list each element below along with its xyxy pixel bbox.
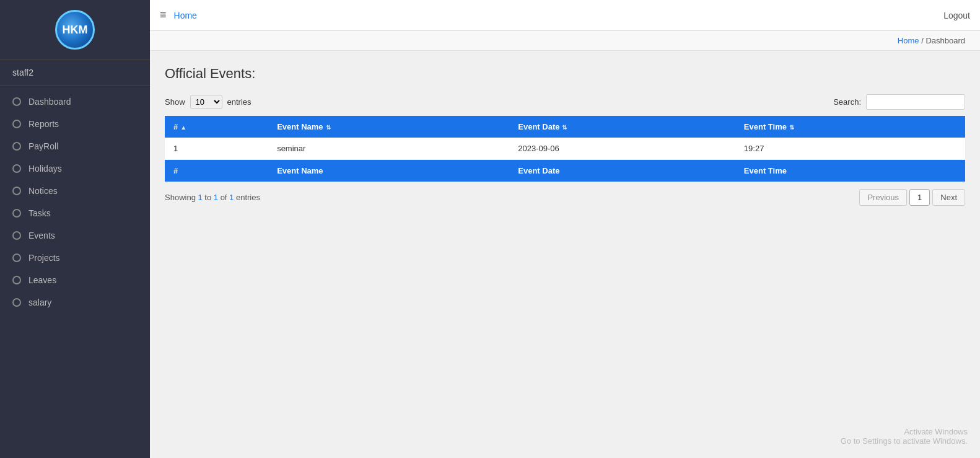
- sidebar-item-events[interactable]: Events: [0, 224, 150, 247]
- table-footer: #Event NameEvent DateEvent Time: [165, 160, 965, 182]
- page-1-button[interactable]: 1: [909, 189, 930, 206]
- main-area: ≡ Home Logout Home / Dashboard Official …: [150, 0, 980, 458]
- table-header-row: # ▲Event Name ⇅Event Date ⇅Event Time ⇅: [165, 116, 965, 138]
- search-input[interactable]: [866, 94, 965, 110]
- sidebar-logo: HKM: [0, 0, 150, 60]
- row-event-date: 2023-09-06: [509, 138, 735, 160]
- sort-icon-1: ⇅: [326, 124, 331, 131]
- breadcrumb: Home / Dashboard: [150, 31, 980, 51]
- page-title: Official Events:: [165, 66, 965, 82]
- dot-icon: [12, 120, 21, 128]
- entries-select[interactable]: 102550100: [190, 95, 222, 109]
- search-label: Search:: [833, 97, 861, 107]
- footer-col-event-name: Event Name: [268, 160, 509, 182]
- sidebar-item-holidays[interactable]: Holidays: [0, 157, 150, 180]
- logout-button[interactable]: Logout: [943, 11, 970, 20]
- sidebar-item-salary[interactable]: salary: [0, 291, 150, 314]
- sidebar-item-projects[interactable]: Projects: [0, 247, 150, 269]
- footer-col-event-date: Event Date: [509, 160, 735, 182]
- sort-icon-2: ⇅: [562, 124, 567, 131]
- page-content: Official Events: Show 102550100 entries …: [150, 51, 980, 221]
- table-controls: Show 102550100 entries Search:: [165, 94, 965, 110]
- table-footer-row: #Event NameEvent DateEvent Time: [165, 160, 965, 182]
- hamburger-icon[interactable]: ≡: [160, 9, 167, 22]
- topbar-left: ≡ Home: [160, 9, 197, 22]
- sidebar-item-notices[interactable]: Notices: [0, 180, 150, 202]
- sidebar-item-payroll[interactable]: PayRoll: [0, 135, 150, 157]
- table-header: # ▲Event Name ⇅Event Date ⇅Event Time ⇅: [165, 116, 965, 138]
- topbar: ≡ Home Logout: [150, 0, 980, 31]
- entries-label: entries: [227, 97, 252, 107]
- pagination-info: Showing 1 to 1 of 1 entries: [165, 193, 260, 202]
- pagination-bar: Showing 1 to 1 of 1 entries Previous 1 N…: [165, 189, 965, 206]
- row-event-time: 19:27: [735, 138, 965, 160]
- table-row: 1seminar2023-09-0619:27: [165, 138, 965, 160]
- breadcrumb-home-link[interactable]: Home: [898, 36, 919, 45]
- sort-icon-3: ⇅: [789, 124, 794, 131]
- content-area: Home / Dashboard Official Events: Show 1…: [150, 31, 980, 458]
- sidebar-item-tasks[interactable]: Tasks: [0, 202, 150, 224]
- dot-icon: [12, 298, 21, 307]
- previous-button[interactable]: Previous: [859, 189, 907, 206]
- events-table: # ▲Event Name ⇅Event Date ⇅Event Time ⇅ …: [165, 116, 965, 182]
- topbar-home-link[interactable]: Home: [174, 11, 197, 20]
- dot-icon: [12, 187, 21, 195]
- sidebar-nav: DashboardReportsPayRollHolidaysNoticesTa…: [0, 86, 150, 319]
- dot-icon: [12, 231, 21, 240]
- sidebar-item-leaves[interactable]: Leaves: [0, 269, 150, 291]
- dot-icon: [12, 253, 21, 262]
- dot-icon: [12, 97, 21, 106]
- sidebar-username: staff2: [0, 60, 150, 86]
- col-header-event-time[interactable]: Event Time ⇅: [735, 116, 965, 138]
- col-header-#[interactable]: # ▲: [165, 116, 268, 138]
- search-box: Search:: [833, 94, 965, 110]
- footer-col-#: #: [165, 160, 268, 182]
- show-label: Show: [165, 97, 185, 107]
- logo-icon: HKM: [55, 10, 95, 50]
- sidebar-item-reports[interactable]: Reports: [0, 113, 150, 135]
- dot-icon: [12, 164, 21, 173]
- table-body: 1seminar2023-09-0619:27: [165, 138, 965, 160]
- row-event-name: seminar: [268, 138, 509, 160]
- sidebar: HKM staff2 DashboardReportsPayRollHolida…: [0, 0, 150, 458]
- footer-col-event-time: Event Time: [735, 160, 965, 182]
- breadcrumb-current: Dashboard: [925, 36, 965, 45]
- dot-icon: [12, 209, 21, 218]
- show-entries: Show 102550100 entries: [165, 95, 252, 109]
- row-num: 1: [165, 138, 268, 160]
- dot-icon: [12, 142, 21, 151]
- sort-icon-0: ▲: [180, 124, 186, 131]
- sidebar-item-dashboard[interactable]: Dashboard: [0, 90, 150, 113]
- next-button[interactable]: Next: [932, 189, 965, 206]
- col-header-event-name[interactable]: Event Name ⇅: [268, 116, 509, 138]
- col-header-event-date[interactable]: Event Date ⇅: [509, 116, 735, 138]
- pagination-controls: Previous 1 Next: [859, 189, 965, 206]
- dot-icon: [12, 276, 21, 284]
